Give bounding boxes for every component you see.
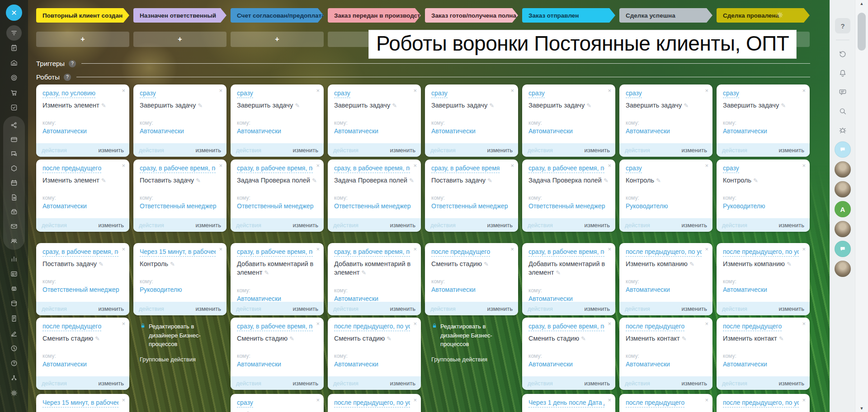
card-actions-link[interactable]: действия [430,222,456,229]
close-icon[interactable]: × [802,397,806,403]
close-icon[interactable]: × [219,163,222,169]
edit-pencil-icon[interactable]: ✎ [101,102,106,109]
close-icon[interactable]: × [413,163,417,169]
add-robot-button[interactable]: + [133,32,226,47]
robot-assignee-link[interactable]: Автоматически [42,127,124,135]
sidebar-item-planner planner-icon[interactable] [0,40,28,55]
rail-history-icon[interactable] [835,47,850,62]
robot-assignee-link[interactable]: Автоматически [528,127,610,135]
close-icon[interactable]: × [705,163,708,169]
robot-assignee-link[interactable]: Автоматически [237,127,318,135]
sidebar-item-filter filter-icon[interactable] [0,25,28,40]
card-edit-link[interactable]: изменить [778,147,804,154]
edit-pencil-icon[interactable]: ✎ [387,335,392,342]
sidebar-item-tasks tasks-icon[interactable] [0,100,28,115]
edit-pencil-icon[interactable]: ✎ [689,261,694,267]
sidebar-item-drive drive-icon[interactable] [3,205,25,219]
robot-assignee-link[interactable]: Автоматически [431,127,513,135]
robot-when-link[interactable]: сразу, в рабочее время, пос... [140,164,216,173]
card-edit-link[interactable]: изменить [487,305,513,312]
sidebar-item-marketplace marketplace-icon[interactable] [3,161,25,176]
card-actions-link[interactable]: действия [528,147,553,154]
robot-assignee-link[interactable]: Автоматически [237,295,318,302]
card-edit-link[interactable]: изменить [195,222,221,229]
close-icon[interactable]: × [316,246,320,252]
sidebar-item-employees employees-icon[interactable] [3,234,25,248]
card-edit-link[interactable]: изменить [584,380,610,387]
close-icon[interactable]: × [510,88,514,94]
robot-assignee-link[interactable]: Автоматически [626,286,707,293]
robot-assignee-link[interactable]: Автоматически [431,286,513,293]
card-actions-link[interactable]: действия [333,147,359,154]
stage-header-8[interactable]: Сделка провалена [717,8,810,23]
user-avatar[interactable] [835,181,851,197]
card-edit-link[interactable]: изменить [584,147,610,154]
robot-when-link[interactable]: сразу, в рабочее время, пос... [528,248,604,257]
robot-when-link[interactable]: сразу, в рабочее время [431,164,500,173]
close-icon[interactable]: × [705,246,708,252]
card-edit-link[interactable]: изменить [681,222,707,229]
robot-when-link[interactable]: сразу, в рабочее время, пос... [237,164,313,173]
close-icon[interactable]: × [122,321,125,327]
stage-header-3[interactable]: Счет согласован/предоплата... [231,8,324,23]
close-icon[interactable]: × [608,246,611,252]
close-icon[interactable]: × [608,88,611,94]
rail-bug-icon[interactable] [835,122,850,138]
edit-pencil-icon[interactable]: ✎ [487,177,492,184]
edit-pencil-icon[interactable]: ✎ [409,177,414,184]
close-icon[interactable]: × [219,246,222,252]
close-icon[interactable]: × [219,88,222,94]
user-avatar[interactable] [835,241,851,257]
card-edit-link[interactable]: изменить [292,305,318,312]
sidebar-item-sales sales-icon[interactable] [0,85,28,100]
robot-assignee-link[interactable]: Автоматически [528,360,610,368]
close-icon[interactable]: × [122,246,125,252]
card-actions-link[interactable]: действия [528,305,553,312]
user-avatar[interactable] [835,221,851,237]
robot-assignee-link[interactable]: Автоматически [334,295,415,302]
robot-when-link[interactable]: сразу [626,89,642,98]
robot-when-link[interactable]: после предыдущего, по усл... [723,398,799,407]
robot-when-link[interactable]: после предыдущего, по усл... [334,322,410,331]
card-edit-link[interactable]: изменить [487,222,513,229]
robot-when-link[interactable]: сразу, в рабочее время, пос... [334,248,410,257]
edit-pencil-icon[interactable]: ✎ [556,269,561,276]
card-edit-link[interactable]: изменить [778,305,804,312]
robot-when-link[interactable]: после предыдущего, по усл... [626,248,702,257]
user-avatar[interactable]: A [835,201,851,217]
card-edit-link[interactable]: изменить [98,147,124,154]
close-icon[interactable]: × [413,246,417,252]
card-edit-link[interactable]: изменить [195,147,221,154]
card-actions-link[interactable]: действия [722,147,747,154]
robot-when-link[interactable]: после предыдущего [42,322,101,331]
card-actions-link[interactable]: действия [236,222,261,229]
card-actions-link[interactable]: действия [528,380,553,387]
card-edit-link[interactable]: изменить [681,305,707,312]
edit-pencil-icon[interactable]: ✎ [392,102,397,109]
edit-pencil-icon[interactable]: ✎ [779,335,784,342]
stage-header-4[interactable]: Заказ передан в производство [328,8,421,23]
card-edit-link[interactable]: изменить [390,305,415,312]
stage-settings-gear-icon[interactable] [776,11,784,21]
edit-pencil-icon[interactable]: ✎ [196,177,201,184]
card-edit-link[interactable]: изменить [292,380,318,387]
robot-assignee-link[interactable]: Ответственный менеджер [528,202,610,210]
close-icon[interactable]: × [413,321,417,327]
edit-pencil-icon[interactable]: ✎ [656,177,661,184]
close-icon[interactable]: × [802,88,806,94]
card-edit-link[interactable]: изменить [98,380,124,387]
stage-header-1[interactable]: Повторный клиент создан [36,8,129,23]
edit-pencil-icon[interactable]: ✎ [787,261,792,267]
sidebar-item-settings settings-icon[interactable] [0,385,28,400]
card-edit-link[interactable]: изменить [487,147,513,154]
robot-assignee-link[interactable]: Руководителю [626,202,707,210]
card-edit-link[interactable]: изменить [98,305,124,312]
group-actions-label[interactable]: Групповые действия [140,356,221,363]
card-actions-link[interactable]: действия [139,222,164,229]
vertical-scrollbar[interactable]: ▲ ▼ [855,0,868,412]
robot-assignee-link[interactable]: Ответственный менеджер [431,202,513,210]
close-icon[interactable]: × [608,163,611,169]
edit-pencil-icon[interactable]: ✎ [781,102,786,109]
card-actions-link[interactable]: действия [236,147,261,154]
sidebar-item-mail mail-icon[interactable] [3,219,25,234]
